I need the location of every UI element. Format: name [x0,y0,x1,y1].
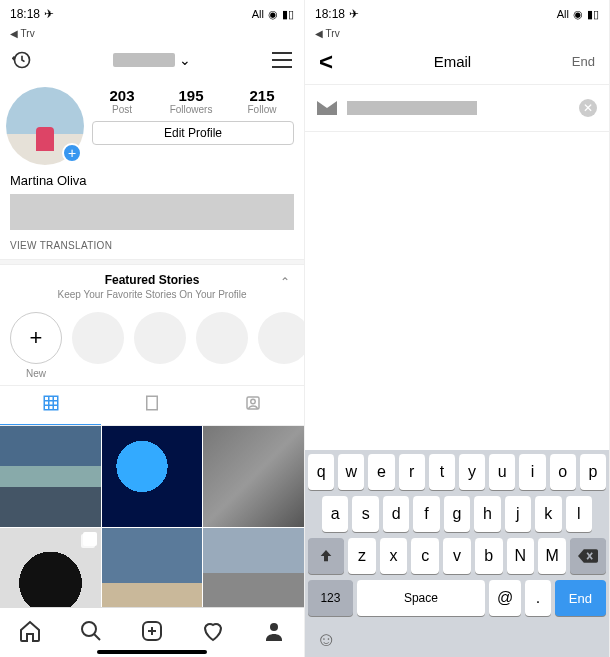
key-n[interactable]: N [507,538,535,574]
carrier-label: All [557,8,569,20]
tab-tagged[interactable] [203,386,304,425]
archive-icon[interactable] [12,50,32,70]
key-d[interactable]: d [383,496,409,532]
featured-stories-header[interactable]: Featured Stories Keep Your Favorite Stor… [0,265,304,306]
back-trv[interactable]: ◀ Trv [305,28,609,39]
edit-profile-button[interactable]: Edit Profile [92,121,294,145]
profile-header: + 203 Post 195 Followers 215 Follow Edit… [0,81,304,171]
photo-cell[interactable] [0,426,101,527]
key-y[interactable]: y [459,454,485,490]
menu-button[interactable] [272,52,292,68]
nav-title: Email [434,53,472,70]
key-send[interactable]: End [555,580,606,616]
key-j[interactable]: j [505,496,531,532]
add-story-badge[interactable]: + [62,143,82,163]
back-button[interactable]: < [319,48,333,76]
view-translation-link[interactable]: VIEW TRANSLATION [0,234,304,259]
wifi-icon: ◉ [573,8,583,21]
key-i[interactable]: i [519,454,545,490]
username-dropdown[interactable]: ⌄ [113,52,191,68]
stat-followers[interactable]: 195 Followers [170,87,213,115]
key-v[interactable]: v [443,538,471,574]
stat-following[interactable]: 215 Follow [248,87,277,115]
key-t[interactable]: t [429,454,455,490]
profile-tabs [0,385,304,426]
key-w[interactable]: w [338,454,364,490]
chevron-down-icon: ⌄ [179,52,191,68]
key-l[interactable]: l [566,496,592,532]
display-name: Martina Oliva [0,171,304,190]
email-navbar: < Email End [305,39,609,85]
key-backspace[interactable] [570,538,606,574]
keyboard-row-3: z x c v b N M [308,538,606,574]
photo-grid [0,426,304,628]
key-k[interactable]: k [535,496,561,532]
highlight-placeholder [134,312,186,379]
profile-navbar: ⌄ [0,39,304,81]
key-at[interactable]: @ [489,580,521,616]
back-trv[interactable]: ◀ Trv [0,28,304,39]
battery-icon: ▮▯ [587,8,599,21]
key-u[interactable]: u [489,454,515,490]
key-m[interactable]: M [538,538,566,574]
photo-cell[interactable] [102,426,203,527]
status-bar: 18:18 ✈ All ◉ ▮▯ [305,0,609,28]
stat-posts[interactable]: 203 Post [110,87,135,115]
end-button[interactable]: End [572,54,595,69]
nav-add[interactable] [140,619,164,647]
highlight-placeholder [72,312,124,379]
plus-icon: + [10,312,62,364]
key-a[interactable]: a [322,496,348,532]
tab-grid[interactable] [0,386,101,425]
svg-rect-2 [147,396,158,410]
key-dot[interactable]: . [525,580,551,616]
svg-point-7 [270,623,278,631]
svg-point-5 [82,622,96,636]
nav-home[interactable] [18,619,42,647]
nav-profile[interactable] [262,619,286,647]
key-x[interactable]: x [380,538,408,574]
keyboard: q w e r t y u i o p a s d f g h j k l z … [305,450,609,657]
wifi-icon: ◉ [268,8,278,21]
carousel-icon [83,532,97,546]
key-f[interactable]: f [413,496,439,532]
mail-icon [317,101,337,115]
key-z[interactable]: z [348,538,376,574]
key-shift[interactable] [308,538,344,574]
bottom-nav [0,607,304,657]
highlight-placeholder [258,312,304,379]
clear-button[interactable]: ✕ [579,99,597,117]
bio-redacted [10,194,294,230]
key-r[interactable]: r [399,454,425,490]
key-b[interactable]: b [475,538,503,574]
key-q[interactable]: q [308,454,334,490]
tab-feed[interactable] [101,386,202,425]
key-o[interactable]: o [550,454,576,490]
emoji-button[interactable]: ☺ [308,622,606,651]
location-icon: ✈ [349,7,359,21]
status-time: 18:18 [10,7,40,21]
featured-subtitle: Keep Your Favorite Stories On Your Profi… [10,289,294,300]
photo-cell[interactable] [203,426,304,527]
home-indicator [97,650,207,654]
avatar-wrap[interactable]: + [6,87,86,167]
username-redacted [113,53,175,67]
nav-search[interactable] [79,619,103,647]
key-g[interactable]: g [444,496,470,532]
key-s[interactable]: s [352,496,378,532]
status-time: 18:18 [315,7,345,21]
key-h[interactable]: h [474,496,500,532]
highlight-new[interactable]: + New [10,312,62,379]
status-bar: 18:18 ✈ All ◉ ▮▯ [0,0,304,28]
key-space[interactable]: Space [357,580,485,616]
key-mode[interactable]: 123 [308,580,353,616]
key-p[interactable]: p [580,454,606,490]
svg-point-4 [251,399,256,404]
keyboard-row-4: 123 Space @ . End [308,580,606,616]
nav-activity[interactable] [201,619,225,647]
battery-icon: ▮▯ [282,8,294,21]
featured-title: Featured Stories [10,273,294,287]
key-e[interactable]: e [368,454,394,490]
key-c[interactable]: c [411,538,439,574]
email-input[interactable] [347,101,477,115]
